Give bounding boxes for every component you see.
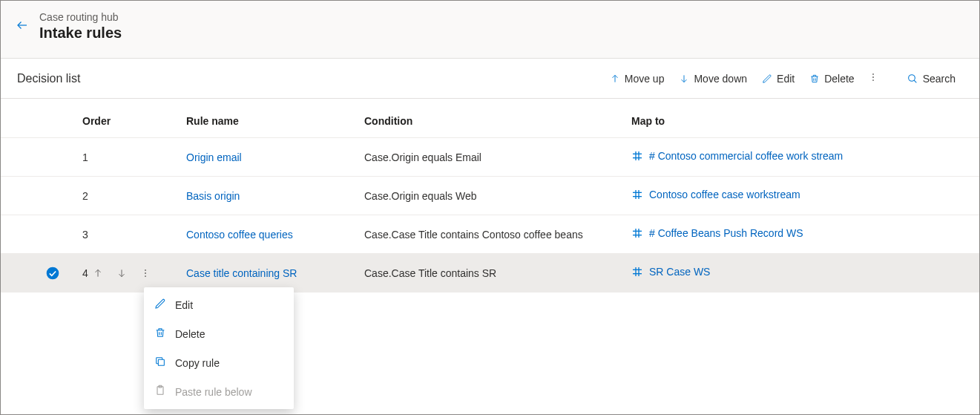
workstream-icon [631, 266, 643, 278]
map-to-link[interactable]: # Coffee Beans Push Record WS [631, 227, 803, 239]
workstream-icon [631, 150, 643, 162]
rule-name-link[interactable]: Contoso coffee queries [186, 229, 293, 241]
menu-delete-label: Delete [175, 328, 205, 340]
cell-condition: Case.Origin equals Web [364, 190, 631, 202]
arrow-up-icon [610, 73, 620, 84]
map-to-label: # Contoso commercial coffee work stream [649, 150, 843, 162]
move-down-button[interactable]: Move down [671, 68, 754, 89]
col-order[interactable]: Order [82, 115, 186, 127]
command-bar: Decision list Move up Move down Edit Del… [1, 59, 979, 99]
row-selected-check-icon[interactable] [45, 266, 60, 281]
row-context-menu: Edit Delete Copy rule Paste rule below [144, 287, 294, 409]
cell-order: 2 [82, 190, 186, 202]
table-header-row: Order Rule name Condition Map to [1, 99, 979, 138]
svg-point-8 [908, 74, 915, 81]
page-header: Case routing hub Intake rules [1, 1, 979, 59]
cell-condition: Case.Origin equals Email [364, 151, 631, 163]
svg-point-40 [47, 267, 59, 279]
decision-table: Order Rule name Condition Map to 1Origin… [1, 99, 979, 293]
edit-button[interactable]: Edit [754, 68, 802, 89]
svg-point-6 [872, 76, 874, 78]
workstream-icon [631, 227, 643, 239]
move-up-label: Move up [625, 73, 665, 85]
arrow-down-icon [116, 268, 127, 278]
breadcrumb[interactable]: Case routing hub [39, 11, 122, 23]
arrow-up-icon [93, 268, 103, 278]
more-vertical-icon [140, 268, 151, 278]
map-to-link[interactable]: SR Case WS [631, 266, 710, 278]
cell-order: 1 [82, 151, 186, 163]
paste-icon [154, 385, 166, 399]
move-down-label: Move down [694, 73, 747, 85]
edit-label: Edit [777, 73, 795, 85]
move-up-button[interactable]: Move up [602, 68, 672, 89]
delete-label: Delete [824, 73, 854, 85]
row-more-button[interactable] [136, 264, 155, 283]
more-commands-button[interactable] [862, 68, 884, 89]
table-row[interactable]: 2Basis originCase.Origin equals WebConto… [1, 177, 979, 215]
svg-point-45 [145, 275, 146, 277]
back-arrow-icon[interactable] [16, 19, 29, 34]
menu-edit-label: Edit [175, 299, 193, 311]
rule-name-link[interactable]: Case title containing SR [186, 267, 297, 279]
menu-paste-label: Paste rule below [175, 386, 252, 398]
col-condition[interactable]: Condition [364, 115, 631, 127]
more-vertical-icon [868, 72, 878, 82]
menu-copy-label: Copy rule [175, 357, 220, 369]
trash-icon [154, 327, 166, 341]
copy-icon [154, 356, 166, 370]
menu-delete[interactable]: Delete [144, 319, 294, 348]
table-row[interactable]: 3Contoso coffee queriesCase.Case Title c… [1, 215, 979, 254]
search-icon [907, 73, 918, 85]
row-move-down-button[interactable] [112, 264, 131, 283]
table-row[interactable]: 1Origin emailCase.Origin equals Email# C… [1, 138, 979, 177]
col-map-to[interactable]: Map to [631, 115, 973, 127]
map-to-label: Contoso coffee case workstream [649, 189, 800, 200]
svg-point-5 [872, 73, 874, 75]
svg-point-44 [145, 272, 146, 274]
svg-rect-52 [158, 359, 164, 365]
svg-point-7 [872, 79, 874, 81]
page-title: Intake rules [39, 24, 122, 42]
menu-paste-rule-below: Paste rule below [144, 377, 294, 406]
cell-condition: Case.Case Title contains Contoso coffee … [364, 229, 631, 241]
arrow-down-icon [679, 73, 689, 84]
cell-order: 3 [82, 229, 186, 241]
workstream-icon [631, 189, 643, 200]
map-to-link[interactable]: Contoso coffee case workstream [631, 189, 800, 200]
rule-name-link[interactable]: Basis origin [186, 190, 240, 202]
col-rule-name[interactable]: Rule name [186, 115, 364, 127]
search-label: Search [923, 73, 956, 85]
menu-copy-rule[interactable]: Copy rule [144, 348, 294, 377]
rule-name-link[interactable]: Origin email [186, 151, 242, 163]
section-title: Decision list [17, 72, 80, 85]
cell-condition: Case.Case Title contains SR [364, 267, 631, 279]
row-move-up-button[interactable] [88, 264, 108, 283]
menu-edit[interactable]: Edit [144, 290, 294, 319]
pencil-icon [154, 298, 166, 312]
map-to-label: SR Case WS [649, 266, 710, 278]
svg-point-43 [145, 269, 146, 270]
trash-icon [809, 73, 820, 84]
map-to-link[interactable]: # Contoso commercial coffee work stream [631, 150, 843, 162]
svg-line-9 [914, 80, 916, 82]
map-to-label: # Coffee Beans Push Record WS [649, 227, 803, 239]
delete-button[interactable]: Delete [802, 68, 861, 89]
pencil-icon [762, 73, 772, 84]
search-button[interactable]: Search [899, 68, 963, 89]
